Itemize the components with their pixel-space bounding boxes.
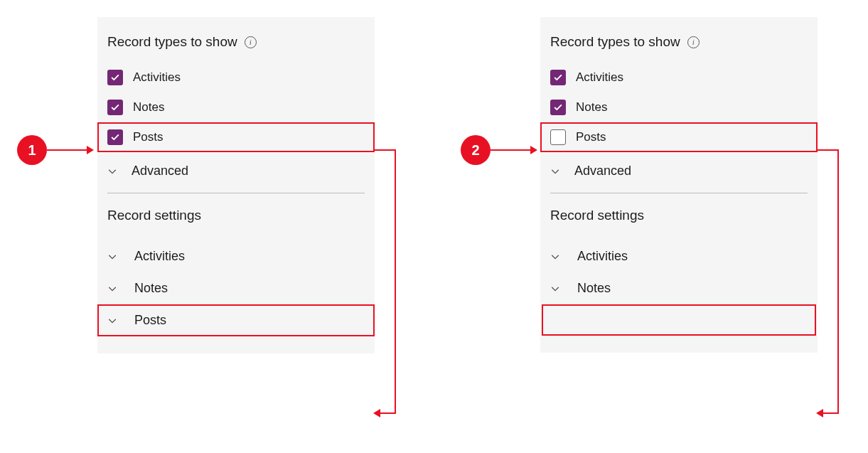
record-settings-title: Record settings xyxy=(540,201,818,240)
checkbox-label-activities: Activities xyxy=(576,70,623,85)
settings-row-posts[interactable]: Posts xyxy=(97,304,375,336)
chevron-down-icon xyxy=(550,166,560,176)
checkbox-label-posts: Posts xyxy=(133,130,164,144)
advanced-expander[interactable]: Advanced xyxy=(540,152,818,190)
callout-number: 1 xyxy=(28,142,36,159)
chevron-down-icon xyxy=(107,166,117,176)
checkbox-row-posts[interactable]: Posts xyxy=(97,122,375,152)
callout-connector xyxy=(375,412,396,414)
checkmark-icon xyxy=(553,102,563,112)
advanced-label: Advanced xyxy=(574,164,631,178)
checkbox-activities[interactable] xyxy=(550,70,566,85)
record-types-title: Record types to show xyxy=(107,34,237,50)
record-types-heading: Record types to show i xyxy=(540,34,818,63)
settings-row-notes[interactable]: Notes xyxy=(540,272,818,304)
settings-label-posts: Posts xyxy=(134,313,166,328)
chevron-down-icon xyxy=(107,284,117,294)
checkmark-icon xyxy=(110,132,120,142)
checkbox-row-activities[interactable]: Activities xyxy=(97,63,375,92)
checkbox-notes[interactable] xyxy=(107,100,123,115)
settings-row-activities[interactable]: Activities xyxy=(540,240,818,272)
settings-row-notes[interactable]: Notes xyxy=(97,272,375,304)
callout-connector xyxy=(818,149,839,151)
callout-connector xyxy=(395,149,396,413)
callout-badge-2: 2 xyxy=(461,135,491,165)
checkbox-posts[interactable] xyxy=(107,129,123,145)
settings-label-notes: Notes xyxy=(134,281,168,296)
checkbox-row-posts[interactable]: Posts xyxy=(540,122,818,152)
chevron-down-icon xyxy=(550,284,560,294)
chevron-down-icon xyxy=(107,252,117,262)
checkbox-posts[interactable] xyxy=(550,129,566,145)
checkbox-row-activities[interactable]: Activities xyxy=(540,63,818,92)
info-icon[interactable]: i xyxy=(245,36,257,48)
callout-arrow-1 xyxy=(47,149,92,151)
settings-row-posts-missing xyxy=(542,304,816,336)
settings-label-activities: Activities xyxy=(577,249,628,264)
checkmark-icon xyxy=(553,73,563,82)
checkmark-icon xyxy=(110,73,120,82)
record-settings-title: Record settings xyxy=(97,201,375,240)
checkmark-icon xyxy=(110,102,120,112)
record-types-heading: Record types to show i xyxy=(97,34,375,63)
checkbox-label-activities: Activities xyxy=(133,70,181,85)
chevron-down-icon xyxy=(107,316,117,326)
callout-connector xyxy=(837,149,839,413)
callout-badge-1: 1 xyxy=(17,135,47,165)
settings-row-activities[interactable]: Activities xyxy=(97,240,375,272)
checkbox-row-notes[interactable]: Notes xyxy=(540,92,818,122)
checkbox-row-notes[interactable]: Notes xyxy=(97,92,375,122)
checkbox-label-posts: Posts xyxy=(576,130,606,144)
record-types-title: Record types to show xyxy=(550,34,680,50)
advanced-label: Advanced xyxy=(132,164,188,178)
advanced-expander[interactable]: Advanced xyxy=(97,152,375,190)
checkbox-label-notes: Notes xyxy=(576,100,607,114)
settings-label-notes: Notes xyxy=(577,281,611,296)
settings-panel-2: Record types to show i Activities Notes … xyxy=(540,17,818,353)
separator xyxy=(107,193,365,193)
checkbox-notes[interactable] xyxy=(550,100,566,115)
callout-arrow-2 xyxy=(491,149,536,151)
info-icon[interactable]: i xyxy=(687,36,700,48)
settings-panel-1: Record types to show i Activities Notes … xyxy=(97,17,375,353)
callout-number: 2 xyxy=(471,142,479,159)
separator xyxy=(550,193,808,193)
checkbox-activities[interactable] xyxy=(107,70,123,85)
settings-label-activities: Activities xyxy=(134,249,185,264)
callout-connector xyxy=(375,149,396,151)
chevron-down-icon xyxy=(550,252,560,262)
checkbox-label-notes: Notes xyxy=(133,100,164,114)
callout-connector xyxy=(818,412,839,414)
